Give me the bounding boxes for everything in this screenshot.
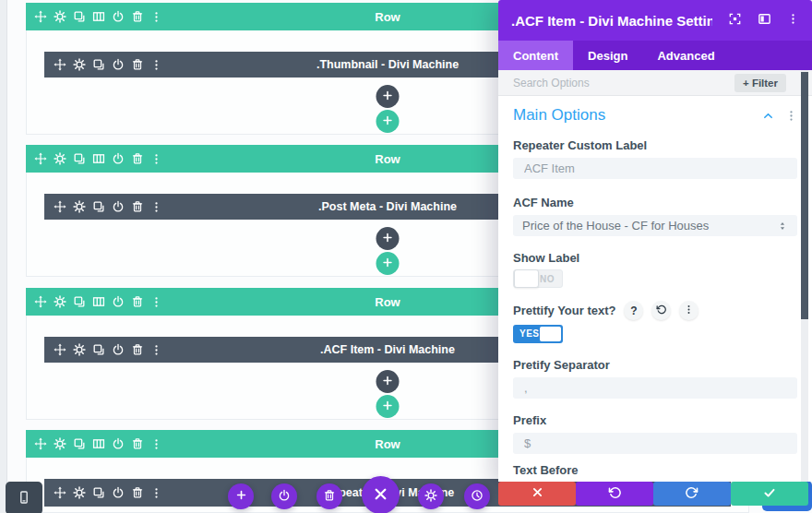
dock-modal-button[interactable] — [758, 12, 771, 29]
insert-module-button[interactable] — [376, 370, 400, 393]
disable-icon[interactable] — [112, 10, 125, 23]
duplicate-icon[interactable] — [92, 58, 105, 71]
module-menu-icon[interactable] — [150, 487, 162, 499]
undo-icon — [608, 486, 621, 502]
prettify-toggle[interactable]: YES — [513, 325, 563, 343]
tab-advanced[interactable]: Advanced — [642, 41, 729, 70]
gear-icon — [424, 489, 437, 505]
insert-row-button[interactable] — [376, 252, 400, 275]
disable-icon[interactable] — [112, 343, 125, 356]
move-icon[interactable] — [34, 152, 47, 165]
search-options-input[interactable] — [511, 76, 734, 90]
insert-module-button[interactable] — [376, 227, 400, 250]
row-menu-icon[interactable] — [150, 296, 162, 308]
move-icon[interactable] — [34, 10, 47, 23]
expand-modal-button[interactable] — [728, 12, 742, 29]
modal-header[interactable]: .ACF Item - Divi Machine Settings — [498, 0, 812, 41]
field-menu-button[interactable] — [679, 301, 699, 320]
move-icon[interactable] — [54, 200, 66, 213]
trash-icon[interactable] — [131, 486, 144, 499]
trash-icon[interactable] — [131, 10, 144, 23]
trash-icon[interactable] — [131, 437, 144, 450]
plus-icon — [382, 89, 394, 104]
module-menu-icon[interactable] — [150, 201, 162, 213]
trash-icon[interactable] — [131, 343, 144, 356]
pretify-separator-input[interactable] — [522, 380, 788, 396]
show-label-toggle[interactable]: NO — [513, 269, 563, 288]
disable-icon[interactable] — [112, 200, 125, 213]
disable-icon[interactable] — [112, 58, 125, 71]
redo-button[interactable] — [653, 482, 731, 506]
trash-icon[interactable] — [131, 152, 144, 165]
modal-scrollbar[interactable] — [801, 70, 808, 482]
duplicate-icon[interactable] — [73, 437, 86, 450]
save-button[interactable] — [731, 482, 808, 506]
tab-design[interactable]: Design — [573, 41, 642, 70]
add-button[interactable] — [228, 483, 254, 509]
move-icon[interactable] — [34, 295, 47, 308]
close-toolbar-button[interactable] — [362, 476, 400, 513]
duplicate-icon[interactable] — [73, 10, 86, 23]
row-menu-icon[interactable] — [150, 153, 162, 165]
insert-row-button[interactable] — [376, 395, 400, 418]
modal-menu-button[interactable] — [787, 13, 799, 28]
module-menu-icon[interactable] — [150, 344, 162, 356]
gear-icon[interactable] — [54, 152, 66, 165]
selected-option: Price of the House - CF for Houses — [522, 219, 709, 233]
duplicate-icon[interactable] — [92, 343, 105, 356]
disable-button[interactable] — [271, 483, 297, 509]
insert-row-button[interactable] — [376, 110, 400, 133]
gear-icon[interactable] — [73, 58, 86, 71]
columns-icon[interactable] — [92, 295, 105, 308]
move-icon[interactable] — [34, 437, 47, 450]
row-menu-icon[interactable] — [150, 11, 162, 23]
columns-icon[interactable] — [92, 10, 105, 23]
disable-icon[interactable] — [112, 486, 125, 499]
scrollbar-thumb[interactable] — [801, 72, 808, 319]
insert-module-button[interactable] — [376, 85, 400, 108]
plus-icon — [382, 375, 394, 389]
gear-icon[interactable] — [54, 437, 66, 450]
duplicate-icon[interactable] — [73, 295, 86, 308]
duplicate-icon[interactable] — [73, 152, 86, 165]
move-icon[interactable] — [54, 58, 66, 71]
section-menu-icon[interactable] — [785, 110, 797, 122]
gear-icon[interactable] — [54, 295, 66, 308]
history-button[interactable] — [464, 483, 490, 509]
gear-icon[interactable] — [54, 10, 66, 23]
module-menu-icon[interactable] — [150, 59, 162, 71]
collapse-section-button[interactable] — [762, 110, 774, 122]
discard-button[interactable] — [498, 482, 576, 506]
filter-button[interactable]: + Filter — [734, 74, 786, 92]
reset-field-button[interactable] — [651, 301, 671, 320]
delete-button[interactable] — [316, 483, 342, 509]
disable-icon[interactable] — [112, 437, 125, 450]
prefix-input[interactable] — [522, 435, 788, 451]
trash-icon[interactable] — [131, 200, 144, 213]
repeater-custom-label-input[interactable] — [522, 161, 788, 176]
gear-icon[interactable] — [73, 486, 86, 499]
duplicate-icon[interactable] — [92, 486, 105, 499]
help-button[interactable]: ? — [624, 301, 643, 320]
row-menu-icon[interactable] — [150, 438, 162, 450]
disable-icon[interactable] — [112, 152, 125, 165]
dots-menu-icon — [787, 13, 799, 28]
plus-icon — [382, 232, 394, 246]
duplicate-icon[interactable] — [92, 200, 105, 213]
gear-icon[interactable] — [73, 200, 86, 213]
disable-icon[interactable] — [112, 295, 125, 308]
responsive-preview-button[interactable] — [6, 482, 42, 513]
gear-icon[interactable] — [73, 343, 86, 356]
canvas-left-gutter — [0, 0, 7, 513]
columns-icon[interactable] — [92, 437, 105, 450]
trash-icon[interactable] — [131, 295, 144, 308]
phone-icon — [17, 490, 31, 507]
page-settings-button[interactable] — [418, 483, 444, 509]
columns-icon[interactable] — [92, 152, 105, 165]
undo-button[interactable] — [576, 482, 653, 506]
acf-name-select[interactable]: Price of the House - CF for Houses — [513, 215, 797, 236]
move-icon[interactable] — [54, 343, 66, 356]
move-icon[interactable] — [54, 486, 66, 499]
tab-content[interactable]: Content — [498, 41, 573, 70]
trash-icon[interactable] — [131, 58, 144, 71]
